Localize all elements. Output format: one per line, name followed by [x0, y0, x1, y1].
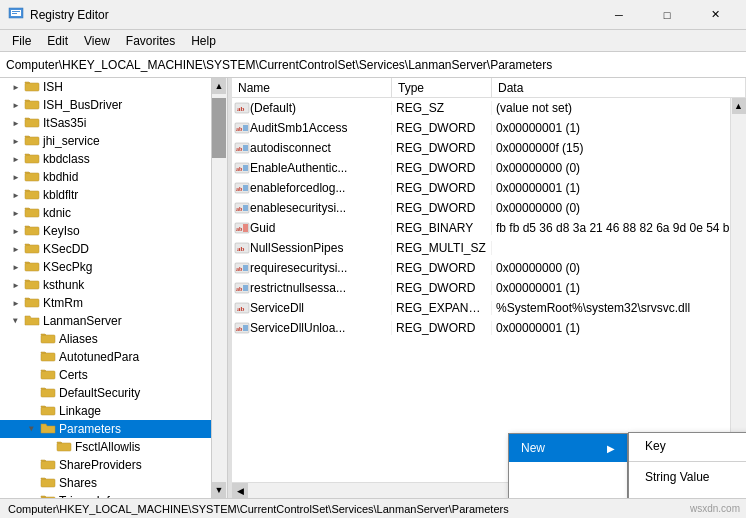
tree-item-kdnic[interactable]: ►kdnic	[0, 204, 227, 222]
svg-rect-21	[41, 407, 55, 415]
col-header-type[interactable]: Type	[392, 78, 492, 97]
value-cell-name: ab (Default)	[232, 101, 392, 115]
value-cell-name: ab AuditSmb1Access	[232, 121, 392, 135]
value-row[interactable]: ab AuditSmb1AccessREG_DWORD0x00000001 (1…	[232, 118, 746, 138]
tree-arrow[interactable]: ►	[8, 79, 24, 95]
tree-item-itsas35i[interactable]: ►ItSas35i	[0, 114, 227, 132]
tree-item-linkage[interactable]: ►Linkage	[0, 402, 227, 420]
tree-item-ish[interactable]: ►ISH	[0, 78, 227, 96]
scroll-left-btn[interactable]: ◀	[232, 483, 248, 499]
tree-label: ItSas35i	[43, 116, 86, 130]
submenu-item-key[interactable]: Key	[629, 433, 746, 459]
menu-item-edit[interactable]: Edit	[39, 32, 76, 50]
tree-arrow[interactable]: ►	[8, 223, 24, 239]
scroll-thumb[interactable]	[212, 98, 226, 158]
tree-item-lanmanserver[interactable]: ►LanmanServer	[0, 312, 227, 330]
svg-rect-14	[25, 263, 39, 271]
tree-item-aliases[interactable]: ►Aliases	[0, 330, 227, 348]
menu-item-help[interactable]: Help	[183, 32, 224, 50]
tree-arrow[interactable]: ►	[8, 115, 24, 131]
tree-item-kbdhid[interactable]: ►kbdhid	[0, 168, 227, 186]
tree-item-ksecdd[interactable]: ►KSecDD	[0, 240, 227, 258]
submenu-item-binary_value[interactable]: Binary Value	[629, 490, 746, 498]
svg-text:ab: ab	[237, 105, 245, 113]
tree-item-triggerinfo[interactable]: ►TriggerInfo	[0, 492, 227, 498]
submenu-item-string_value[interactable]: String Value	[629, 464, 746, 490]
val-scroll-up[interactable]: ▲	[732, 98, 746, 114]
tree-item-certs[interactable]: ►Certs	[0, 366, 227, 384]
tree-arrow[interactable]: ►	[8, 187, 24, 203]
value-row[interactable]: ab enableforcedlog...REG_DWORD0x00000001…	[232, 178, 746, 198]
menu-item-favorites[interactable]: Favorites	[118, 32, 183, 50]
tree-arrow[interactable]: ►	[8, 313, 24, 329]
svg-text:ab: ab	[236, 126, 243, 132]
tree-item-parameters[interactable]: ►Parameters	[0, 420, 227, 438]
value-icon: ab	[234, 281, 250, 295]
value-name-text: AuditSmb1Access	[250, 121, 347, 135]
tree-item-fsctlallowlis[interactable]: ►FsctlAllowlis	[0, 438, 227, 456]
col-header-data[interactable]: Data	[492, 78, 746, 97]
tree-item-ish_busdriver[interactable]: ►ISH_BusDriver	[0, 96, 227, 114]
tree-item-autotunedpara[interactable]: ►AutotunedPara	[0, 348, 227, 366]
close-button[interactable]: ✕	[692, 0, 738, 30]
folder-icon	[40, 385, 56, 402]
value-row[interactable]: ab ServiceDllREG_EXPAND_SZ%SystemRoot%\s…	[232, 298, 746, 318]
tree-item-ksecpkg[interactable]: ►KSecPkg	[0, 258, 227, 276]
tree-label: ksthunk	[43, 278, 84, 292]
tree-arrow[interactable]: ►	[8, 151, 24, 167]
maximize-button[interactable]: □	[644, 0, 690, 30]
tree-item-keyiso[interactable]: ►KeyIso	[0, 222, 227, 240]
new-submenu-trigger[interactable]: New ▶	[508, 433, 628, 498]
value-row[interactable]: ab restrictnullsessa...REG_DWORD0x000000…	[232, 278, 746, 298]
value-cell-name: ab Guid	[232, 221, 392, 235]
value-row[interactable]: ab ServiceDllUnloa...REG_DWORD0x00000001…	[232, 318, 746, 338]
folder-icon	[24, 169, 40, 186]
status-bar: Computer\HKEY_LOCAL_MACHINE\SYSTEM\Curre…	[0, 498, 746, 518]
tree-item-ktmrm[interactable]: ►KtmRm	[0, 294, 227, 312]
tree-arrow[interactable]: ►	[8, 169, 24, 185]
window-controls: ─ □ ✕	[596, 0, 738, 30]
tree-item-shares[interactable]: ►Shares	[0, 474, 227, 492]
context-menu-area: New ▶ KeyString ValueBinary ValueDWORD (…	[508, 433, 746, 498]
tree-scroll[interactable]: ►ISH►ISH_BusDriver►ItSas35i►jhi_service►…	[0, 78, 227, 498]
tree-arrow[interactable]: ►	[8, 133, 24, 149]
tree-item-shareproviders[interactable]: ►ShareProviders	[0, 456, 227, 474]
value-row[interactable]: ab (Default)REG_SZ(value not set)	[232, 98, 746, 118]
menu-item-view[interactable]: View	[76, 32, 118, 50]
value-row[interactable]: ab autodisconnectREG_DWORD0x0000000f (15…	[232, 138, 746, 158]
tree-item-defaultsecurity[interactable]: ►DefaultSecurity	[0, 384, 227, 402]
tree-arrow[interactable]: ►	[8, 241, 24, 257]
new-menu-item[interactable]: New ▶	[509, 434, 627, 462]
svg-rect-24	[41, 479, 55, 487]
value-cell-name: ab restrictnullsessa...	[232, 281, 392, 295]
values-scrollbar[interactable]: ▲ ▼	[730, 98, 746, 482]
tree-item-ksthunk[interactable]: ►ksthunk	[0, 276, 227, 294]
col-header-name[interactable]: Name	[232, 78, 392, 97]
tree-item-kbdclass[interactable]: ►kbdclass	[0, 150, 227, 168]
svg-rect-17	[41, 335, 55, 343]
value-row[interactable]: ab GuidREG_BINARYfb fb d5 36 d8 3a 21 46…	[232, 218, 746, 238]
tree-arrow[interactable]: ►	[24, 421, 40, 437]
value-row[interactable]: ab enablesecuritysi...REG_DWORD0x0000000…	[232, 198, 746, 218]
folder-icon	[24, 241, 40, 258]
tree-arrow[interactable]: ►	[8, 259, 24, 275]
tree-arrow[interactable]: ►	[24, 493, 40, 498]
tree-arrow[interactable]: ►	[8, 295, 24, 311]
value-icon: ab	[234, 181, 250, 195]
menu-item-file[interactable]: File	[4, 32, 39, 50]
tree-item-jhi_service[interactable]: ►jhi_service	[0, 132, 227, 150]
minimize-button[interactable]: ─	[596, 0, 642, 30]
value-row[interactable]: ab EnableAuthentic...REG_DWORD0x00000000…	[232, 158, 746, 178]
tree-item-kbldfltr[interactable]: ►kbldfltr	[0, 186, 227, 204]
tree-scrollbar[interactable]: ▲ ▼	[211, 78, 227, 498]
tree-arrow[interactable]: ►	[8, 205, 24, 221]
tree-arrow[interactable]: ►	[8, 97, 24, 113]
value-icon: ab	[234, 121, 250, 135]
tree-arrow[interactable]: ►	[8, 277, 24, 293]
scroll-down-btn[interactable]: ▼	[212, 482, 226, 498]
svg-rect-10	[25, 191, 39, 199]
scroll-up-btn[interactable]: ▲	[212, 78, 226, 94]
tree-label: KtmRm	[43, 296, 83, 310]
value-row[interactable]: ab NullSessionPipesREG_MULTI_SZ	[232, 238, 746, 258]
value-row[interactable]: ab requiresecuritysi...REG_DWORD0x000000…	[232, 258, 746, 278]
